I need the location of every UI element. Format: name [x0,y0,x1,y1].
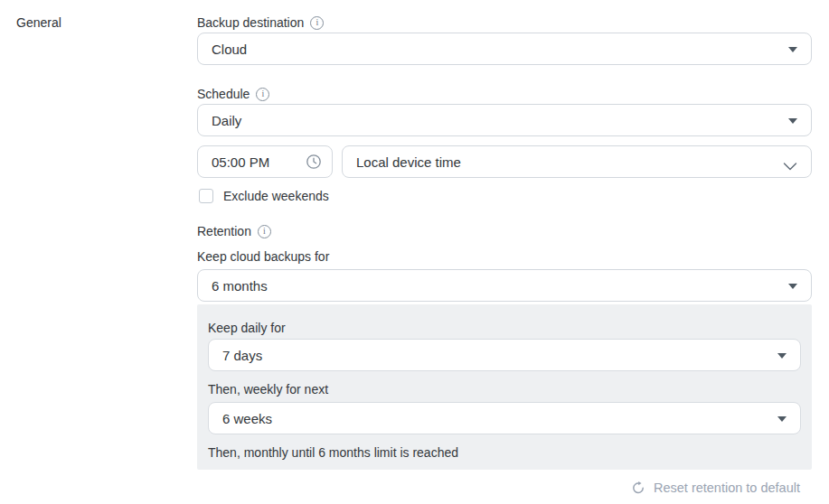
reset-retention-label: Reset retention to default [654,481,800,495]
caret-down-icon [788,118,797,124]
keep-backups-label-row: Keep cloud backups for [197,249,812,264]
checkbox-unchecked[interactable] [199,189,213,203]
schedule-select[interactable]: Daily [197,104,812,136]
clock-icon [306,154,322,170]
exclude-weekends-checkbox-row[interactable]: Exclude weekends [199,188,812,204]
backup-destination-label-row: Backup destination i [197,15,812,30]
info-icon[interactable]: i [310,16,324,30]
schedule-time-row: 05:00 PM Local device time [197,145,812,178]
backup-destination-value: Cloud [212,42,247,57]
monthly-note: Then, monthly until 6 months limit is re… [208,445,801,460]
timezone-select[interactable]: Local device time [342,145,812,178]
chevron-down-icon [783,158,797,173]
keep-backups-label: Keep cloud backups for [197,249,329,264]
reset-retention-button[interactable]: Reset retention to default [197,480,812,496]
caret-down-icon [788,47,797,52]
retention-label-row: Retention i [197,224,812,238]
schedule-label-row: Schedule i [197,87,812,101]
time-value: 05:00 PM [212,154,269,170]
keep-backups-select[interactable]: 6 months [197,269,812,302]
section-label-general: General [16,15,61,30]
info-icon[interactable]: i [256,88,269,101]
exclude-weekends-label: Exclude weekends [223,189,329,203]
schedule-value: Daily [212,113,241,128]
timezone-value: Local device time [356,154,461,170]
backup-destination-select[interactable]: Cloud [197,33,812,65]
caret-down-icon [777,416,787,422]
time-input[interactable]: 05:00 PM [197,145,333,178]
caret-down-icon [788,284,797,289]
keep-daily-select[interactable]: 7 days [208,339,801,371]
weekly-select[interactable]: 6 weeks [208,402,801,434]
settings-form: Backup destination i Cloud Schedule i Da… [197,15,812,496]
schedule-label: Schedule [197,87,250,101]
backup-settings-page: General Backup destination i Cloud Sched… [0,0,829,504]
reset-icon [631,481,645,495]
keep-daily-label: Keep daily for [208,321,801,335]
backup-destination-label: Backup destination [197,15,304,30]
weekly-value: 6 weeks [222,411,272,426]
caret-down-icon [777,353,787,359]
weekly-label: Then, weekly for next [208,382,801,397]
keep-daily-value: 7 days [222,348,262,363]
info-icon[interactable]: i [258,225,271,238]
retention-label: Retention [197,224,251,238]
retention-detail-panel: Keep daily for 7 days Then, weekly for n… [197,304,812,470]
keep-backups-value: 6 months [212,278,268,294]
